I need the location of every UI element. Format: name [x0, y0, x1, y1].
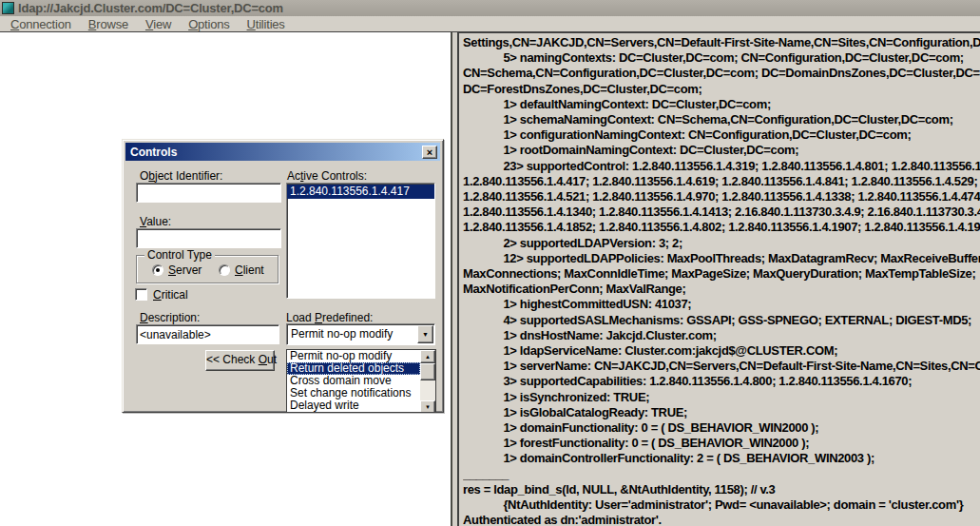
value-label: Value: — [140, 215, 171, 228]
menubar: Connection Browse View Options Utilities — [0, 16, 980, 31]
load-predefined-combobox[interactable]: Permit no-op modify ▼ — [286, 323, 435, 345]
output-line: 1> rootDomainNamingContext: DC=Cluster,D… — [463, 143, 980, 158]
output-line: 1> configurationNamingContext: CN=Config… — [463, 127, 980, 143]
ldp-app-icon — [2, 2, 14, 14]
dropdown-option[interactable]: Cross domain move — [287, 375, 420, 387]
label-accel: D — [140, 311, 148, 324]
object-identifier-input[interactable] — [136, 183, 281, 203]
output-line: 1> isGlobalCatalogReady: TRUE; — [463, 405, 980, 420]
client-radio[interactable] — [219, 264, 230, 276]
menu-browse[interactable]: Browse — [80, 17, 137, 31]
label-accel: P — [315, 311, 322, 324]
server-radio-row[interactable]: Server — [152, 263, 202, 277]
label-part: ive Controls: — [303, 169, 367, 183]
dialog-title: Controls — [130, 146, 422, 159]
output-line: 1.2.840.113556.1.4.417; 1.2.840.113556.1… — [463, 174, 980, 189]
load-predefined-dropdown-list[interactable]: Permit no-op modify Return deleted objec… — [286, 349, 436, 413]
client-radio-row[interactable]: Client — [219, 263, 264, 277]
label-part: alue: — [146, 215, 171, 228]
output-line: 4> supportedSASLMechanisms: GSSAPI; GSS-… — [463, 313, 980, 328]
output-line: 1> forestFunctionality: 0 = ( DS_BEHAVIO… — [463, 436, 980, 451]
dropdown-option[interactable]: Delayed write — [287, 399, 420, 412]
menu-options[interactable]: Options — [180, 17, 238, 31]
output-line: 1> isSynchronized: TRUE; — [463, 390, 980, 405]
output-line: CN=Schema,CN=Configuration,DC=Cluster,DC… — [463, 66, 980, 81]
output-line: 1.2.840.113556.1.4.1852; 1.2.840.113556.… — [463, 220, 980, 235]
label-part: Load — [286, 311, 315, 324]
label-part: redefined: — [322, 311, 373, 324]
output-line: 1> domainFunctionality: 0 = ( DS_BEHAVIO… — [463, 420, 980, 436]
critical-checkbox[interactable] — [135, 288, 147, 301]
dropdown-option-selected[interactable]: Return deleted objects — [287, 362, 420, 375]
server-radio-label: Server — [168, 263, 202, 277]
scroll-up-icon[interactable]: ▲ — [420, 350, 435, 363]
output-line: 1> domainControllerFunctionality: 2 = ( … — [463, 451, 980, 466]
output-line: _______ — [463, 467, 980, 482]
label-accel: S — [168, 263, 176, 277]
active-control-item[interactable]: 1.2.840.113556.1.4.417 — [287, 185, 434, 199]
output-line: Authenticated as dn:'administrator'. — [463, 513, 980, 526]
dropdown-option[interactable]: Permit no-op modify — [287, 350, 420, 362]
description-input[interactable] — [136, 324, 279, 344]
output-line: DC=ForestDnsZones,DC=Cluster,DC=com; — [463, 82, 980, 97]
output-line: 23> supportedControl: 1.2.840.113556.1.4… — [463, 159, 980, 174]
label-part: erver — [176, 263, 202, 277]
output-line: 1> dnsHostName: Jakcjd.Cluster.com; — [463, 328, 980, 343]
output-line: 2> supportedLDAPVersion: 3; 2; — [463, 236, 980, 251]
label-accel: C — [235, 263, 243, 277]
output-line: 1> highestCommittedUSN: 41037; — [463, 297, 980, 312]
output-line: 1.2.840.113556.1.4.1340; 1.2.840.113556.… — [463, 205, 980, 220]
label-part: ritical — [162, 288, 188, 302]
label-part: ject Identifier: — [155, 169, 222, 183]
object-identifier-label: Object Identifier: — [140, 169, 222, 183]
controls-dialog: Controls × Object Identifier: Active Con… — [122, 139, 444, 413]
output-line: Settings,CN=JAKCJD,CN=Servers,CN=Default… — [463, 35, 980, 50]
label-accel: O — [259, 353, 267, 366]
label-accel: C — [153, 288, 162, 302]
window-titlebar: ldap://Jakcjd.Cluster.com/DC=Cluster,DC=… — [0, 0, 980, 16]
close-icon[interactable]: × — [422, 146, 437, 159]
label-part: lient — [243, 263, 264, 277]
active-controls-label: Active Controls: — [287, 169, 367, 183]
client-radio-label: Client — [235, 263, 264, 277]
output-line: 1> schemaNamingContext: CN=Schema,CN=Con… — [463, 112, 980, 127]
label-part: O — [140, 169, 148, 183]
load-predefined-label: Load Predefined: — [286, 311, 373, 324]
output-line: 12> supportedLDAPPolicies: MaxPoolThread… — [463, 251, 980, 266]
output-line: MaxConnections; MaxConnIdleTime; MaxPage… — [463, 266, 980, 282]
dropdown-scrollbar[interactable]: ▲ ▼ — [420, 350, 435, 412]
output-line: 1> defaultNamingContext: DC=Cluster,DC=c… — [463, 97, 980, 112]
check-out-button[interactable]: << Check Out — [205, 350, 275, 371]
menu-view[interactable]: View — [137, 17, 180, 31]
value-input[interactable] — [136, 228, 281, 248]
dropdown-option[interactable]: Set change notifications — [287, 387, 420, 399]
label-part: Ac — [287, 169, 300, 183]
dialog-titlebar[interactable]: Controls × — [125, 143, 440, 161]
output-line: 1.2.840.113556.1.4.521; 1.2.840.113556.1… — [463, 189, 980, 205]
chevron-down-icon[interactable]: ▼ — [417, 325, 433, 343]
control-type-group: Control Type Server Client — [136, 255, 279, 283]
menu-utilities[interactable]: Utilities — [239, 17, 294, 31]
output-line: 1> ldapServiceName: Cluster.com:jakcjd$@… — [463, 343, 980, 359]
critical-label[interactable]: Critical — [153, 288, 188, 302]
description-label: Description: — [140, 311, 200, 324]
output-line: 5> namingContexts: DC=Cluster,DC=com; CN… — [463, 50, 980, 66]
label-part: << Check — [206, 353, 259, 366]
control-type-label: Control Type — [144, 248, 215, 262]
scroll-down-icon[interactable]: ▼ — [420, 400, 435, 413]
active-controls-listbox[interactable]: 1.2.840.113556.1.4.417 — [286, 183, 435, 299]
output-line: 1> serverName: CN=JAKCJD,CN=Servers,CN=D… — [463, 359, 980, 374]
label-part: escription: — [148, 311, 201, 324]
menu-connection[interactable]: Connection — [2, 17, 80, 31]
output-line: res = ldap_bind_s(ld, NULL, &NtAuthIdent… — [463, 482, 980, 497]
label-part: ut — [267, 353, 277, 366]
output-line: {NtAuthIdentity: User='administrator'; P… — [463, 497, 980, 513]
output-line: MaxNotificationPerConn; MaxValRange; — [463, 282, 980, 297]
scrollbar-thumb[interactable] — [420, 363, 435, 380]
output-line: 3> supportedCapabilities: 1.2.840.113556… — [463, 374, 980, 389]
output-panel[interactable]: Settings,CN=JAKCJD,CN=Servers,CN=Default… — [457, 31, 980, 526]
window-title: ldap://Jakcjd.Cluster.com/DC=Cluster,DC=… — [18, 1, 283, 15]
combobox-value: Permit no-op modify — [291, 327, 393, 341]
server-radio[interactable] — [152, 264, 163, 276]
